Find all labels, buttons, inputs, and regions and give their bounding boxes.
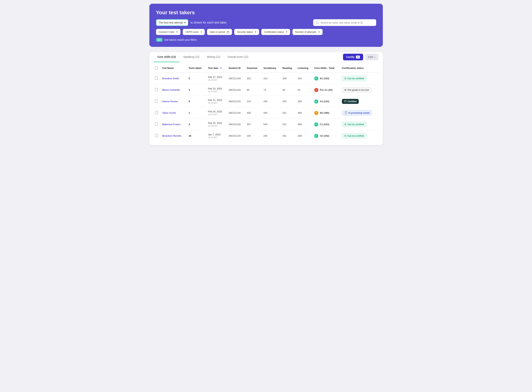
core-total-label: A2 (242) — [320, 100, 329, 103]
certify-button[interactable]: Certify 0 — [343, 54, 363, 60]
table-body: Brandon Geidt 2 Feb 27, 2023 15:43 BST A… — [153, 73, 379, 141]
col-test-date[interactable]: Test date ▼ — [206, 64, 227, 73]
table-row: Makenna Franci 3 Feb 20, 2023 12:55 BST … — [153, 119, 379, 130]
cell-listening: 489 — [296, 107, 312, 119]
cell-vocabulary: 440 — [261, 107, 281, 119]
attempt-dropdown-arrow: ▾ — [184, 21, 186, 24]
row-checkbox-2[interactable] — [155, 100, 158, 103]
tests-taken-value: 3 — [189, 89, 190, 91]
tab-speaking[interactable]: Speaking (12) — [179, 52, 203, 62]
search-input[interactable] — [320, 21, 373, 24]
core-total-label: Pre-A1 (92) — [320, 89, 333, 91]
sort-icon: ▼ — [220, 67, 222, 70]
col-grammar: Grammar — [245, 64, 262, 73]
cell-tests-taken: 3 — [187, 84, 206, 96]
security-status-filter[interactable]: Security status ▾ — [234, 29, 259, 35]
cell-listening: 589 — [296, 119, 312, 130]
number-of-attempts-filter[interactable]: Number of attempts ▾ — [292, 29, 323, 35]
student-name-link[interactable]: Maren Schleifer — [162, 89, 180, 91]
test-date-main: Jan 7, 2023 — [208, 133, 225, 136]
cell-name[interactable]: Makenna Franci — [160, 119, 187, 130]
date-period-filter[interactable]: Date or period — [207, 29, 232, 35]
cell-name[interactable]: Hanna Gouse — [160, 96, 187, 107]
cell-name[interactable]: Brandon Herwitz — [160, 130, 187, 142]
cefr-score-filter[interactable]: CEFR score ▾ — [183, 29, 205, 35]
cell-vocabulary: 240 — [261, 96, 281, 107]
page-title: Your test takers — [156, 10, 376, 16]
row-checkbox-cell — [153, 107, 160, 119]
student-name-link[interactable]: Brandon Herwitz — [162, 135, 181, 137]
test-date-main: Feb 20, 2023 — [208, 122, 225, 124]
core-total-container: ! B2 (496) — [314, 111, 338, 115]
cell-cert-status: ⊘ The grade is too low — [340, 84, 379, 96]
cefr-score-arrow: ▾ — [201, 31, 202, 33]
main-container: Your test takers The best test attempt ▾… — [149, 4, 383, 145]
cell-core-total: ✓ B1 (320) — [312, 73, 340, 84]
cell-reading: 86 — [281, 84, 296, 96]
status-icon-green: ✓ — [314, 99, 318, 103]
row-checkbox-4[interactable] — [155, 123, 158, 126]
cell-name[interactable]: Brandon Geidt — [160, 73, 187, 84]
csv-button[interactable]: CSV ↓ — [365, 54, 378, 60]
status-icon-green: ✓ — [314, 134, 318, 138]
student-name-link[interactable]: Hanna Gouse — [162, 100, 178, 103]
cell-test-date: Feb 20, 2023 15:43 BST — [206, 107, 227, 119]
tab-core-skills[interactable]: Core skills (12) — [154, 52, 180, 62]
svg-line-1 — [318, 23, 319, 24]
certification-status-arrow: ▾ — [286, 31, 287, 33]
cell-cert-status: 🛡 Certified — [340, 96, 379, 107]
cert-badge: 🛡 Certified — [342, 99, 359, 104]
cell-reading: 431 — [281, 130, 296, 142]
cell-listening: 92 — [296, 84, 312, 96]
cert-badge: ⊙ Can be certified — [342, 133, 367, 139]
col-tests-taken: Tests taken — [187, 64, 206, 73]
cell-test-date: Feb 27, 2023 15:43 BST — [206, 73, 227, 84]
cell-name[interactable]: Talan Curtis — [160, 107, 187, 119]
row-checkbox-5[interactable] — [155, 134, 158, 137]
cell-cert-status: ⊙ Can be certified — [340, 130, 379, 142]
filter-count-row: 22 test takers match your filters — [156, 38, 376, 42]
certification-status-filter[interactable]: Certification status ▾ — [261, 29, 290, 35]
student-name-link[interactable]: Brandon Geidt — [162, 77, 179, 80]
search-box — [313, 19, 376, 26]
tests-taken-value: 1 — [189, 112, 190, 114]
cell-listening: 324 — [296, 73, 312, 84]
cert-icon: ⊘ — [344, 89, 346, 91]
row-checkbox-3[interactable] — [155, 111, 158, 114]
cert-icon: ⏳ — [344, 112, 347, 114]
tab-writing[interactable]: Writing (12) — [203, 52, 224, 62]
certify-count: 0 — [356, 56, 360, 59]
cefr-score-label: CEFR score — [185, 31, 199, 33]
row-checkbox-1[interactable] — [155, 88, 158, 91]
connect-code-filter[interactable]: Connect Code ▾ — [156, 29, 180, 35]
student-name-link[interactable]: Talan Curtis — [162, 112, 176, 114]
col-vocabulary: Vocabluary — [261, 64, 281, 73]
test-date-main: Feb 21, 2023 — [208, 99, 225, 102]
table-row: Brandon Herwitz 16 Jan 7, 2023 15:43 BST… — [153, 130, 379, 142]
status-icon-red: ! — [314, 88, 318, 92]
core-total-label: A2 (292) — [320, 135, 329, 137]
cell-tests-taken: 16 — [187, 130, 206, 142]
header-banner: Your test takers The best test attempt ▾… — [149, 4, 383, 47]
attempt-dropdown[interactable]: The best test attempt ▾ — [156, 19, 188, 26]
cell-name[interactable]: Maren Schleifer — [160, 84, 187, 96]
tests-taken-value: 2 — [189, 77, 190, 80]
core-total-container: ! Pre-A1 (92) — [314, 88, 338, 92]
select-all-checkbox[interactable] — [155, 66, 158, 69]
col-full-name: Full Name — [160, 64, 187, 73]
cell-core-total: ! B2 (496) — [312, 107, 340, 119]
row-checkbox-0[interactable] — [155, 77, 158, 80]
tabs-actions: Certify 0 CSV ↓ — [343, 54, 378, 60]
security-status-label: Security status — [237, 31, 253, 33]
table-row: Hanna Gouse 5 Feb 21, 2023 15:43 BST ABC… — [153, 96, 379, 107]
tab-overall-score[interactable]: Overall score (12) — [224, 52, 252, 62]
student-name-link[interactable]: Makenna Franci — [162, 123, 180, 126]
test-date-time: 15:43 BST — [208, 102, 225, 104]
test-date-time: 12:55 BST — [208, 125, 225, 127]
cell-test-date: Feb 20, 2023 12:55 BST — [206, 119, 227, 130]
table-row: Talan Curtis 1 Feb 20, 2023 15:43 BST AB… — [153, 107, 379, 119]
cell-student-id: ABCD1234 — [227, 107, 245, 119]
cell-grammar: 100 — [245, 130, 262, 142]
certify-label: Certify — [346, 56, 354, 59]
cell-grammar: 400 — [245, 107, 262, 119]
